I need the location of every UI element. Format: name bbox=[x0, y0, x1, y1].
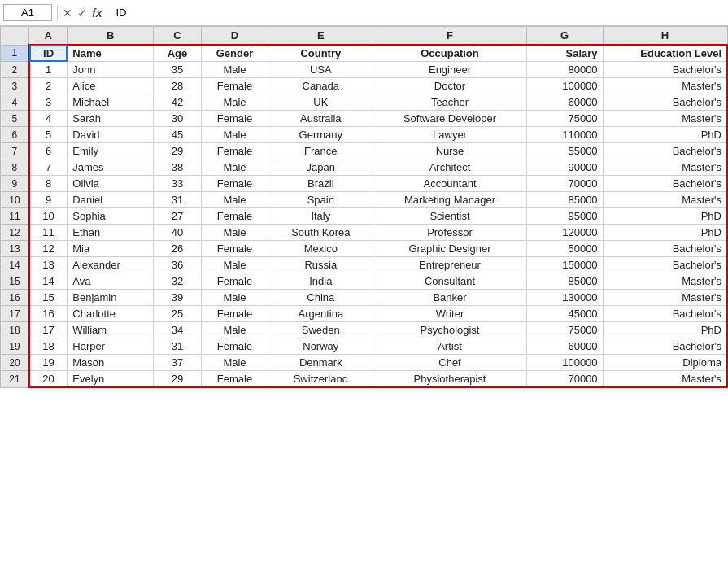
cell-b-20[interactable]: Mason bbox=[68, 355, 154, 371]
cell-a-8[interactable]: 7 bbox=[29, 159, 68, 176]
cell-a-4[interactable]: 3 bbox=[29, 94, 68, 111]
cell-c-12[interactable]: 40 bbox=[154, 225, 202, 241]
cell-f-2[interactable]: Engineer bbox=[373, 62, 526, 78]
cell-e-21[interactable]: Switzerland bbox=[268, 371, 373, 388]
cell-g-17[interactable]: 45000 bbox=[526, 306, 603, 322]
cell-h-4[interactable]: Bachelor's bbox=[603, 94, 727, 111]
cell-f-18[interactable]: Psychologist bbox=[373, 322, 526, 338]
cell-d-7[interactable]: Female bbox=[201, 143, 268, 159]
cell-g-13[interactable]: 50000 bbox=[526, 241, 603, 257]
cell-g-5[interactable]: 75000 bbox=[526, 111, 603, 127]
cell-b-1[interactable]: Name bbox=[68, 45, 154, 62]
cell-e-20[interactable]: Denmark bbox=[268, 355, 373, 371]
cell-d-19[interactable]: Female bbox=[201, 338, 268, 355]
cell-h-13[interactable]: Bachelor's bbox=[603, 241, 727, 257]
cell-g-18[interactable]: 75000 bbox=[526, 322, 603, 338]
cell-g-10[interactable]: 85000 bbox=[526, 192, 603, 208]
cell-d-3[interactable]: Female bbox=[201, 78, 268, 94]
cell-c-3[interactable]: 28 bbox=[154, 78, 202, 94]
cell-h-10[interactable]: Master's bbox=[603, 192, 727, 208]
cell-c-20[interactable]: 37 bbox=[154, 355, 202, 371]
cell-a-18[interactable]: 17 bbox=[29, 322, 68, 338]
cell-c-17[interactable]: 25 bbox=[154, 306, 202, 322]
cell-c-8[interactable]: 38 bbox=[154, 159, 202, 176]
cell-d-1[interactable]: Gender bbox=[201, 45, 268, 62]
cell-f-7[interactable]: Nurse bbox=[373, 143, 526, 159]
cell-f-6[interactable]: Lawyer bbox=[373, 127, 526, 143]
cell-b-16[interactable]: Benjamin bbox=[68, 290, 154, 306]
cell-f-11[interactable]: Scientist bbox=[373, 208, 526, 225]
cell-b-18[interactable]: William bbox=[68, 322, 154, 338]
cell-a-15[interactable]: 14 bbox=[29, 273, 68, 290]
cell-e-16[interactable]: China bbox=[268, 290, 373, 306]
cell-c-9[interactable]: 33 bbox=[154, 176, 202, 192]
cell-d-12[interactable]: Male bbox=[201, 225, 268, 241]
cell-h-7[interactable]: Bachelor's bbox=[603, 143, 727, 159]
cell-h-20[interactable]: Diploma bbox=[603, 355, 727, 371]
cell-b-14[interactable]: Alexander bbox=[68, 257, 154, 273]
cell-g-1[interactable]: Salary bbox=[526, 45, 603, 62]
cell-c-11[interactable]: 27 bbox=[154, 208, 202, 225]
cell-a-21[interactable]: 20 bbox=[29, 371, 68, 388]
cell-c-1[interactable]: Age bbox=[154, 45, 202, 62]
cell-h-9[interactable]: Bachelor's bbox=[603, 176, 727, 192]
cell-d-8[interactable]: Male bbox=[201, 159, 268, 176]
cell-e-7[interactable]: France bbox=[268, 143, 373, 159]
cell-f-9[interactable]: Accountant bbox=[373, 176, 526, 192]
cell-g-9[interactable]: 70000 bbox=[526, 176, 603, 192]
cell-f-8[interactable]: Architect bbox=[373, 159, 526, 176]
cell-e-4[interactable]: UK bbox=[268, 94, 373, 111]
cell-h-11[interactable]: PhD bbox=[603, 208, 727, 225]
cell-e-14[interactable]: Russia bbox=[268, 257, 373, 273]
cell-e-2[interactable]: USA bbox=[268, 62, 373, 78]
cell-c-4[interactable]: 42 bbox=[154, 94, 202, 111]
cell-b-15[interactable]: Ava bbox=[68, 273, 154, 290]
cell-c-18[interactable]: 34 bbox=[154, 322, 202, 338]
cell-d-11[interactable]: Female bbox=[201, 208, 268, 225]
cell-c-21[interactable]: 29 bbox=[154, 371, 202, 388]
cell-a-3[interactable]: 2 bbox=[29, 78, 68, 94]
cell-f-10[interactable]: Marketing Manager bbox=[373, 192, 526, 208]
cell-c-2[interactable]: 35 bbox=[154, 62, 202, 78]
cell-h-2[interactable]: Bachelor's bbox=[603, 62, 727, 78]
cell-c-19[interactable]: 31 bbox=[154, 338, 202, 355]
cell-b-19[interactable]: Harper bbox=[68, 338, 154, 355]
cell-e-8[interactable]: Japan bbox=[268, 159, 373, 176]
cell-b-11[interactable]: Sophia bbox=[68, 208, 154, 225]
cell-h-1[interactable]: Education Level bbox=[603, 45, 727, 62]
cell-d-15[interactable]: Female bbox=[201, 273, 268, 290]
confirm-icon[interactable]: ✓ bbox=[77, 7, 87, 20]
cell-a-16[interactable]: 15 bbox=[29, 290, 68, 306]
cell-a-20[interactable]: 19 bbox=[29, 355, 68, 371]
cell-a-12[interactable]: 11 bbox=[29, 225, 68, 241]
cell-f-16[interactable]: Banker bbox=[373, 290, 526, 306]
cell-e-1[interactable]: Country bbox=[268, 45, 373, 62]
cell-h-12[interactable]: PhD bbox=[603, 225, 727, 241]
cell-a-10[interactable]: 9 bbox=[29, 192, 68, 208]
cell-f-20[interactable]: Chef bbox=[373, 355, 526, 371]
cell-a-6[interactable]: 5 bbox=[29, 127, 68, 143]
cell-g-15[interactable]: 85000 bbox=[526, 273, 603, 290]
cell-e-18[interactable]: Sweden bbox=[268, 322, 373, 338]
cell-h-6[interactable]: PhD bbox=[603, 127, 727, 143]
spreadsheet-container[interactable]: ABCDEFGH 1IDNameAgeGenderCountryOccupati… bbox=[0, 26, 728, 572]
cell-h-18[interactable]: PhD bbox=[603, 322, 727, 338]
cell-b-6[interactable]: David bbox=[68, 127, 154, 143]
cell-c-10[interactable]: 31 bbox=[154, 192, 202, 208]
cell-b-2[interactable]: John bbox=[68, 62, 154, 78]
cell-c-16[interactable]: 39 bbox=[154, 290, 202, 306]
cell-h-3[interactable]: Master's bbox=[603, 78, 727, 94]
cell-g-8[interactable]: 90000 bbox=[526, 159, 603, 176]
cell-h-14[interactable]: Bachelor's bbox=[603, 257, 727, 273]
cell-b-17[interactable]: Charlotte bbox=[68, 306, 154, 322]
cell-e-19[interactable]: Norway bbox=[268, 338, 373, 355]
cell-d-21[interactable]: Female bbox=[201, 371, 268, 388]
cell-h-15[interactable]: Master's bbox=[603, 273, 727, 290]
cell-f-17[interactable]: Writer bbox=[373, 306, 526, 322]
cell-a-5[interactable]: 4 bbox=[29, 111, 68, 127]
cell-d-14[interactable]: Male bbox=[201, 257, 268, 273]
cell-c-7[interactable]: 29 bbox=[154, 143, 202, 159]
cell-b-13[interactable]: Mia bbox=[68, 241, 154, 257]
cell-f-13[interactable]: Graphic Designer bbox=[373, 241, 526, 257]
cell-b-12[interactable]: Ethan bbox=[68, 225, 154, 241]
